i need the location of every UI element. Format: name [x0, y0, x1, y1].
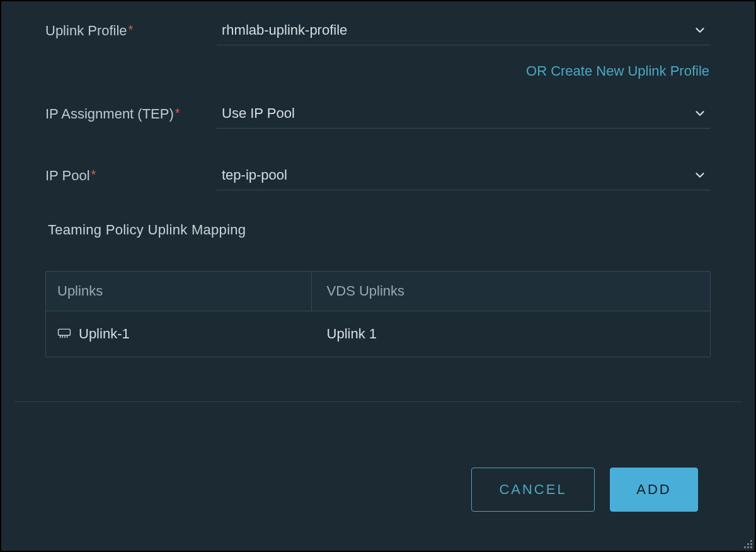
- required-asterisk: *: [91, 168, 96, 181]
- row-uplink-profile: Uplink Profile* rhmlab-uplink-profile: [45, 15, 711, 45]
- chevron-down-icon: [693, 23, 707, 37]
- select-uplink-profile-value: rhmlab-uplink-profile: [222, 22, 347, 38]
- cell-uplink-name: Uplink-1: [79, 326, 130, 342]
- required-asterisk: *: [175, 106, 180, 120]
- label-uplink-profile: Uplink Profile*: [45, 15, 217, 40]
- select-uplink-profile[interactable]: rhmlab-uplink-profile: [217, 15, 711, 45]
- teaming-heading: Teaming Policy Uplink Mapping: [45, 222, 711, 238]
- footer-buttons: CANCEL ADD: [471, 468, 698, 512]
- table-row[interactable]: Uplink-1 Uplink 1: [46, 311, 710, 357]
- chevron-down-icon: [693, 106, 707, 120]
- select-ip-pool[interactable]: tep-ip-pool: [217, 160, 711, 190]
- select-ip-assignment[interactable]: Use IP Pool: [217, 98, 711, 129]
- required-asterisk: *: [129, 23, 134, 37]
- teaming-table-header: Uplinks VDS Uplinks: [46, 272, 710, 311]
- chevron-down-icon: [693, 168, 707, 182]
- cell-uplink: Uplink-1: [46, 313, 312, 355]
- row-ip-assignment: IP Assignment (TEP)* Use IP Pool: [45, 98, 711, 129]
- label-text: Uplink Profile: [45, 23, 127, 38]
- teaming-table: Uplinks VDS Uplinks Uplink-1: [45, 271, 711, 357]
- add-button[interactable]: ADD: [610, 468, 698, 512]
- select-ip-assignment-wrapper: Use IP Pool: [217, 98, 711, 129]
- nic-icon: [57, 328, 71, 340]
- resize-grip-icon[interactable]: [742, 538, 752, 548]
- cancel-button[interactable]: CANCEL: [471, 468, 595, 512]
- row-ip-pool: IP Pool* tep-ip-pool: [45, 160, 711, 190]
- select-ip-assignment-value: Use IP Pool: [222, 105, 295, 122]
- select-uplink-profile-wrapper: rhmlab-uplink-profile: [217, 15, 711, 45]
- svg-rect-0: [59, 329, 71, 335]
- label-text: IP Assignment (TEP): [45, 106, 174, 122]
- col-header-vds: VDS Uplinks: [312, 272, 710, 311]
- label-text: IP Pool: [45, 168, 90, 183]
- link-create-uplink-profile[interactable]: OR Create New Uplink Profile: [526, 63, 709, 79]
- label-ip-assignment: IP Assignment (TEP)*: [45, 98, 217, 124]
- label-ip-pool: IP Pool*: [45, 160, 217, 185]
- col-header-uplinks: Uplinks: [46, 272, 312, 311]
- cell-vds: Uplink 1: [312, 313, 710, 355]
- form-body: Uplink Profile* rhmlab-uplink-profile OR…: [1, 15, 755, 357]
- select-ip-pool-value: tep-ip-pool: [222, 167, 287, 183]
- footer-divider: [14, 401, 742, 402]
- create-uplink-profile-row: OR Create New Uplink Profile: [45, 63, 711, 79]
- select-ip-pool-wrapper: tep-ip-pool: [217, 160, 711, 190]
- form-panel: Uplink Profile* rhmlab-uplink-profile OR…: [1, 1, 755, 551]
